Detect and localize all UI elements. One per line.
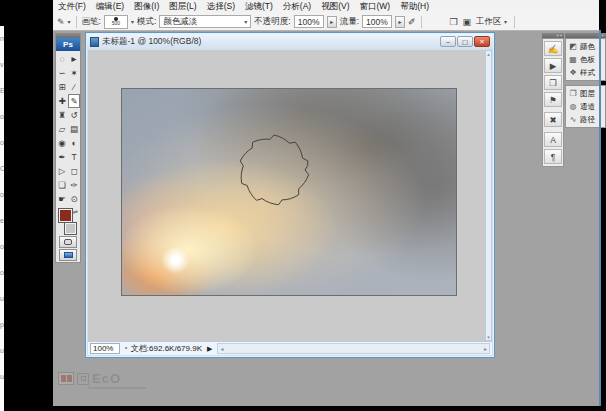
notes-panel-icon[interactable]: ⚑	[544, 92, 562, 107]
separator	[514, 16, 515, 28]
menu-help[interactable]: 帮助(H)	[395, 1, 434, 13]
screen-mode-button[interactable]	[59, 249, 77, 261]
tool-eraser[interactable]: ▱	[56, 122, 68, 136]
ps-logo: Ps	[56, 38, 80, 51]
tool-brush[interactable]: ✎	[68, 94, 80, 108]
opacity-slider-button[interactable]: ▸	[327, 16, 337, 28]
tool-clone-stamp[interactable]: ♜	[56, 108, 68, 122]
menu-bar: 文件(F) 编辑(E) 图像(I) 图层(L) 选择(S) 滤镜(T) 分析(A…	[53, 0, 599, 13]
tool-magic-wand[interactable]: ✶	[68, 66, 80, 80]
tool-shape[interactable]: ◻	[68, 164, 80, 178]
menu-analysis[interactable]: 分析(A)	[278, 1, 316, 13]
menu-window[interactable]: 窗口(W)	[355, 1, 396, 13]
paragraph-panel-icon[interactable]: ¶	[544, 149, 562, 164]
palette-well-icon[interactable]: ▣	[463, 17, 472, 27]
panel-label: 通道	[580, 102, 595, 112]
menu-layer[interactable]: 图层(L)	[164, 1, 201, 13]
swatches-panel-icon: ▦	[568, 55, 578, 64]
tool-move[interactable]: ►	[68, 52, 80, 66]
flow-input[interactable]: 100%	[362, 15, 392, 28]
tool-blur[interactable]: ◉	[56, 136, 68, 150]
maximize-button[interactable]: ▢	[457, 36, 473, 47]
animations-panel-icon[interactable]: ❒	[544, 75, 562, 90]
tool-hand[interactable]: ☛	[56, 192, 68, 206]
tool-lasso[interactable]: ∽	[56, 66, 68, 80]
paths-panel-icon: ∿	[568, 115, 578, 124]
panel-label: 图层	[580, 89, 595, 99]
options-bar-right: ❒ ▣ 工作区 ▾	[450, 16, 595, 28]
swap-colors-icon[interactable]: ⇄	[73, 208, 78, 215]
zoom-level-value: 100%	[93, 344, 113, 353]
tool-crop[interactable]: ⊞	[56, 80, 68, 94]
tool-notes[interactable]: ❏	[56, 178, 68, 192]
tool-slice[interactable]: ∕	[68, 80, 80, 94]
screen-edge-line	[599, 30, 601, 406]
document-icon	[90, 37, 99, 47]
brushes-panel-toggle-icon[interactable]: ❒	[450, 17, 458, 27]
screenshot-stage: ns v E o o O o e or o ur p us us 文件(F) 编…	[0, 0, 606, 411]
watermark-monitor-icon	[58, 372, 74, 385]
vertical-scrollbar[interactable]: ▴ ▾	[485, 50, 492, 341]
zoom-level-input[interactable]: 100%	[90, 343, 120, 354]
flow-value: 100%	[366, 17, 388, 27]
tool-history-brush[interactable]: ↺	[68, 108, 80, 122]
tool-path-selection[interactable]: ▷	[56, 164, 68, 178]
opacity-value: 100%	[298, 17, 320, 27]
photoshop-window: 文件(F) 编辑(E) 图像(I) 图层(L) 选择(S) 滤镜(T) 分析(A…	[53, 0, 599, 406]
menu-file[interactable]: 文件(F)	[53, 1, 91, 13]
document-window: 未标题-1 @ 100%(RGB/8) – ▢ ✕ ▴ ▾	[85, 32, 495, 358]
watermark-box-icon	[77, 373, 89, 385]
airbrush-toggle-icon[interactable]: ✐	[408, 17, 416, 27]
actions-panel-icon[interactable]: ▶	[544, 58, 562, 73]
blend-mode-value: 颜色减淡	[163, 16, 197, 28]
background-color-swatch[interactable]	[65, 223, 76, 234]
separator	[421, 16, 422, 28]
menu-filter[interactable]: 滤镜(T)	[240, 1, 278, 13]
horizontal-scrollbar[interactable]: ◂ ▸	[217, 343, 490, 354]
color-panel-icon: ◩	[568, 42, 578, 51]
scroll-left-icon[interactable]: ◂	[220, 345, 223, 352]
panel-label: 样式	[580, 68, 595, 78]
toolbox: Ps ◌ ► ∽ ✶ ⊞ ∕ ✚ ✎ ♜ ↺ ▱ ▤ ◉ ◐ ✒ T ▷ ◻ ❏	[55, 33, 81, 263]
tool-healing-brush[interactable]: ✚	[56, 94, 68, 108]
tool-dodge[interactable]: ◐	[68, 136, 80, 150]
flow-slider-button[interactable]: ▸	[395, 16, 405, 28]
menu-image[interactable]: 图像(I)	[129, 1, 164, 13]
opacity-input[interactable]: 100%	[294, 15, 324, 28]
brush-label: 画笔:	[82, 16, 101, 28]
tool-eyedropper[interactable]: ✑	[68, 178, 80, 192]
close-button[interactable]: ✕	[474, 36, 490, 47]
scroll-down-icon[interactable]: ▾	[487, 334, 490, 340]
history-panel-icon[interactable]: ✍	[544, 41, 562, 56]
menu-select[interactable]: 选择(S)	[202, 1, 240, 13]
tool-elliptical-marquee[interactable]: ◌	[56, 52, 68, 66]
channels-panel-icon: ◍	[568, 102, 578, 111]
brush-cursor-polygon	[240, 135, 309, 205]
tool-presets-panel-icon[interactable]: ✖	[544, 112, 562, 127]
workspace-button[interactable]: 工作区 ▾	[476, 16, 507, 28]
canvas-image-fireball[interactable]	[121, 88, 457, 296]
foreground-color-swatch[interactable]	[59, 209, 72, 222]
brush-preset-picker[interactable]: 500	[104, 15, 128, 29]
menu-view[interactable]: 视图(V)	[316, 1, 354, 13]
blend-mode-select[interactable]: 颜色减淡 ▾	[159, 15, 251, 28]
tool-zoom[interactable]: ⊙	[68, 192, 80, 206]
brush-tool-dropdown-icon[interactable]: ▾	[68, 18, 71, 25]
panel-label: 颜色	[580, 42, 595, 52]
menu-edit[interactable]: 编辑(E)	[91, 1, 129, 13]
document-status-bar: 100% ◔ 文档:692.6K/679.9K ▶ ◂ ▸	[88, 341, 492, 355]
scroll-right-icon[interactable]: ▸	[484, 345, 487, 352]
scroll-up-icon[interactable]: ▴	[487, 51, 490, 57]
tool-pen[interactable]: ✒	[56, 150, 68, 164]
brush-tool-icon[interactable]: ✎	[57, 17, 65, 27]
brush-preset-arrow-icon[interactable]: ▾	[131, 18, 134, 25]
status-menu-arrow-icon[interactable]: ▶	[205, 345, 214, 353]
character-panel-icon[interactable]: A	[544, 132, 562, 147]
tool-gradient[interactable]: ▤	[68, 122, 80, 136]
tool-grid: ◌ ► ∽ ✶ ⊞ ∕ ✚ ✎ ♜ ↺ ▱ ▤ ◉ ◐ ✒ T ▷ ◻ ❏ ✑	[56, 51, 80, 207]
document-title-bar[interactable]: 未标题-1 @ 100%(RGB/8) – ▢ ✕	[87, 34, 493, 49]
tool-type[interactable]: T	[68, 150, 80, 164]
quick-mask-button[interactable]	[59, 236, 77, 248]
minimize-button[interactable]: –	[440, 36, 456, 47]
document-canvas-area[interactable]	[88, 50, 485, 341]
